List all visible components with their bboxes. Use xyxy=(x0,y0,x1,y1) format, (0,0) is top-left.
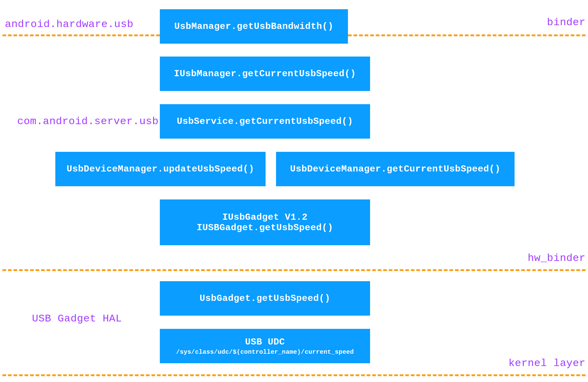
dashed-binder-right xyxy=(348,34,586,36)
box-usbdevicemanager-getcurrentusbspeed: UsbDeviceManager.getCurrentUsbSpeed() xyxy=(276,152,515,186)
dashed-binder-left xyxy=(2,34,160,36)
box3-text: UsbService.getCurrentUsbSpeed() xyxy=(177,116,353,127)
label-usb-gadget-hal: USB Gadget HAL xyxy=(32,313,122,325)
box4-text: UsbDeviceManager.updateUsbSpeed() xyxy=(67,164,255,174)
box-iusbmanager-getcurrentusbspeed: IUsbManager.getCurrentUsbSpeed() xyxy=(160,57,370,91)
dashed-hwbinder xyxy=(2,269,586,271)
box2-text: IUsbManager.getCurrentUsbSpeed() xyxy=(174,69,356,79)
box-usbdevicemanager-updateusbspeed: UsbDeviceManager.updateUsbSpeed() xyxy=(55,152,266,186)
box8-line2: /sys/class/udc/$(controller_name)/curren… xyxy=(176,349,354,356)
box1-text: UsbManager.getUsbBandwidth() xyxy=(174,21,333,32)
label-binder: binder xyxy=(547,17,586,28)
label-android-hardware-usb: android.hardware.usb xyxy=(5,18,133,30)
label-hw-binder: hw_binder xyxy=(528,252,586,264)
box6-line1: IUsbGadget V1.2 xyxy=(222,212,308,223)
dashed-kernel xyxy=(2,374,586,376)
box-usb-udc: USB UDC /sys/class/udc/$(controller_name… xyxy=(160,329,370,363)
box-usbservice-getcurrentusbspeed: UsbService.getCurrentUsbSpeed() xyxy=(160,104,370,139)
label-com-android-server-usb: com.android.server.usb xyxy=(17,116,159,127)
box6-line2: IUSBGadget.getUsbSpeed() xyxy=(197,223,333,233)
box8-line1: USB UDC xyxy=(245,337,285,347)
box-usbgadget-getusbspeed: UsbGadget.getUsbSpeed() xyxy=(160,281,370,316)
label-kernel-layer: kernel layer xyxy=(508,357,586,369)
box-iusbgadget: IUsbGadget V1.2 IUSBGadget.getUsbSpeed() xyxy=(160,199,370,245)
box7-text: UsbGadget.getUsbSpeed() xyxy=(199,293,330,304)
box-usbmanager-getusbbandwidth: UsbManager.getUsbBandwidth() xyxy=(160,9,348,44)
box5-text: UsbDeviceManager.getCurrentUsbSpeed() xyxy=(290,164,501,174)
